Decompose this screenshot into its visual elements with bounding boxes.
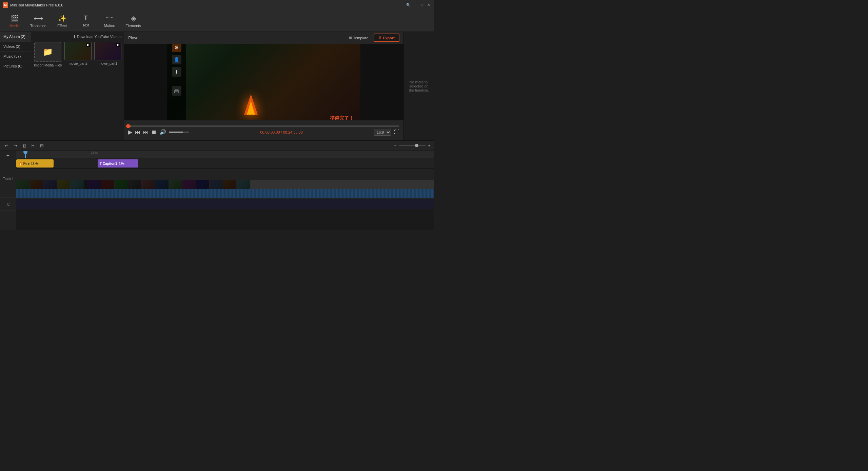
undo-button[interactable]: ↩ bbox=[3, 142, 10, 150]
title-bar: M MiniTool MovieMaker Free 6.0.0 🔍 ─ ⊡ ✕ bbox=[0, 0, 434, 10]
track-row-clips: 🔥 Fire 11.4s T Caption1 8.8s bbox=[16, 158, 434, 169]
split-button[interactable]: ⊞ bbox=[38, 142, 45, 150]
toolbar-label-elements: Elements bbox=[125, 24, 141, 28]
toolbar-label-transition: Transition bbox=[30, 24, 46, 28]
zoom-out-icon[interactable]: － bbox=[393, 143, 397, 149]
timeline-content: + Track1 ♫ 25.8s 🔥 Fire 11.4s bbox=[0, 151, 434, 230]
video-frame: ⊞ ⚙ 👤 ℹ 🎮 ● 💎 12100 ☆ 917943 🎵 32 bbox=[167, 44, 360, 120]
toolbar-item-elements[interactable]: ◈ Elements bbox=[121, 11, 145, 31]
close-button[interactable]: ✕ bbox=[426, 2, 431, 8]
fire-effect bbox=[241, 87, 261, 115]
playhead[interactable] bbox=[25, 151, 26, 158]
overlay-extra-icon[interactable]: 🎮 bbox=[172, 86, 181, 96]
audio-wave bbox=[16, 189, 434, 198]
player-title: Player bbox=[128, 36, 140, 40]
movie-part1-thumb: ▶ bbox=[94, 42, 121, 60]
volume-icon[interactable]: 🔊 bbox=[159, 129, 166, 135]
export-icon: ⬆ bbox=[378, 36, 381, 40]
volume-slider[interactable] bbox=[169, 132, 189, 133]
delete-button[interactable]: 🗑 bbox=[20, 142, 28, 150]
prev-frame-button[interactable]: ⏮ bbox=[135, 129, 140, 135]
toolbar-label-media: Media bbox=[9, 24, 20, 28]
cut-button[interactable]: ✂ bbox=[29, 142, 37, 150]
export-label: Export bbox=[383, 36, 395, 40]
overlay-person-icon[interactable]: 👤 bbox=[172, 55, 181, 64]
toolbar-label-effect: Effect bbox=[57, 24, 67, 28]
download-youtube-link[interactable]: ⬇ Download YouTube Videos bbox=[73, 35, 122, 39]
play-button[interactable]: ▶ bbox=[128, 129, 132, 135]
toolbar-item-effect[interactable]: ✨ Effect bbox=[50, 11, 74, 31]
tracks-area: 🔥 Fire 11.4s T Caption1 8.8s bbox=[16, 158, 434, 230]
media-item-movie-part2[interactable]: ▶ movie_part2 bbox=[64, 42, 92, 67]
toolbar-item-text[interactable]: T Text bbox=[74, 11, 98, 31]
app-title: MiniTool MovieMaker Free 6.0.0 bbox=[10, 3, 63, 7]
toolbar-label-text: Text bbox=[82, 23, 89, 27]
nav-item-videos[interactable]: Videos (2) bbox=[0, 42, 31, 52]
stop-button[interactable]: ⏹ bbox=[151, 129, 157, 135]
next-frame-button[interactable]: ⏭ bbox=[143, 129, 149, 135]
time-display: 00:00:00.00 / 00:24:35.08 bbox=[260, 130, 302, 134]
media-grid: 📁 Import Media Files ▶ movie_part2 ▶ bbox=[34, 42, 121, 67]
timeline-tracks: 25.8s 🔥 Fire 11.4s T Caption1 8.8s bbox=[16, 151, 434, 230]
toolbar-item-media[interactable]: 🎬 Media bbox=[3, 11, 26, 31]
progress-thumb[interactable] bbox=[126, 124, 130, 128]
elements-icon: ◈ bbox=[131, 14, 136, 22]
export-button[interactable]: ⬆ Export bbox=[374, 34, 399, 42]
folder-icon: 📁 bbox=[43, 47, 53, 57]
redo-button[interactable]: ↪ bbox=[12, 142, 19, 150]
text-icon: T bbox=[84, 15, 88, 22]
toolbar-item-transition[interactable]: ⟷ Transition bbox=[26, 11, 50, 31]
add-track-button[interactable]: + bbox=[0, 151, 16, 160]
timeline-section: ↩ ↪ 🗑 ✂ ⊞ － ＋ + Track1 ♫ 25. bbox=[0, 140, 434, 230]
track-row-video bbox=[16, 169, 434, 189]
main-toolbar: 🎬 Media ⟷ Transition ✨ Effect T Text 〰 M… bbox=[0, 10, 434, 32]
right-controls: 16:9 ⛶ bbox=[374, 129, 399, 136]
playhead-dot bbox=[23, 151, 27, 154]
fullscreen-button[interactable]: ⛶ bbox=[394, 129, 399, 135]
track-row-music bbox=[16, 199, 434, 209]
timeline-toolbar: ↩ ↪ 🗑 ✂ ⊞ － ＋ bbox=[0, 141, 434, 151]
search-icon[interactable]: 🔍 bbox=[406, 2, 411, 8]
caption-clip-label: T Caption1 bbox=[100, 162, 117, 165]
controls-row: ▶ ⏮ ⏭ ⏹ 🔊 00:00:00.00 / 00:24:35.08 16:9… bbox=[128, 129, 399, 136]
player-controls: ▶ ⏮ ⏭ ⏹ 🔊 00:00:00.00 / 00:24:35.08 16:9… bbox=[124, 120, 403, 140]
overlay-settings-icon[interactable]: ⚙ bbox=[172, 44, 181, 52]
zoom-in-icon[interactable]: ＋ bbox=[427, 143, 431, 149]
volume-fill bbox=[169, 132, 183, 133]
import-media-item[interactable]: 📁 Import Media Files bbox=[34, 42, 62, 67]
zoom-slider[interactable] bbox=[399, 145, 426, 146]
maximize-button[interactable]: ⊡ bbox=[419, 2, 425, 8]
movie-part1-label: movie_part1 bbox=[99, 62, 117, 65]
right-panel: No material selected on the timeline. bbox=[403, 32, 434, 140]
nav-item-pictures[interactable]: Pictures (0) bbox=[0, 61, 31, 71]
fire-flame-inner bbox=[247, 101, 255, 115]
media-content: ⬇ Download YouTube Videos 📁 Import Media… bbox=[31, 32, 124, 140]
track1-label: Track1 bbox=[0, 160, 16, 198]
app-logo: M bbox=[3, 2, 8, 8]
template-button[interactable]: ⊞ Template bbox=[346, 35, 371, 41]
timeline-ruler: 25.8s bbox=[16, 151, 434, 158]
minimize-button[interactable]: ─ bbox=[412, 2, 418, 8]
left-panel: My Album (2) Videos (2) Music (57) Pictu… bbox=[0, 32, 124, 140]
zoom-thumb[interactable] bbox=[415, 144, 418, 147]
import-media-label: Import Media Files bbox=[34, 63, 62, 67]
nav-item-music[interactable]: Music (57) bbox=[0, 52, 31, 61]
effect-icon: ✨ bbox=[58, 14, 66, 22]
player-video: ⊞ ⚙ 👤 ℹ 🎮 ● 💎 12100 ☆ 917943 🎵 32 bbox=[124, 44, 403, 120]
zoom-controls: － ＋ bbox=[393, 143, 431, 149]
toolbar-item-motion[interactable]: 〰 Motion bbox=[98, 11, 121, 31]
progress-bar[interactable] bbox=[128, 125, 399, 127]
clip-fire[interactable]: 🔥 Fire 11.4s bbox=[16, 159, 54, 168]
nav-item-my-album[interactable]: My Album (2) bbox=[0, 32, 31, 42]
media-item-movie-part1[interactable]: ▶ movie_part1 bbox=[94, 42, 121, 67]
overlay-info-icon[interactable]: ℹ bbox=[172, 67, 181, 77]
template-icon: ⊞ bbox=[349, 36, 352, 40]
player-header: Player ⊞ Template ⬆ Export bbox=[124, 32, 403, 44]
transition-icon: ⟷ bbox=[34, 14, 43, 22]
movie-part2-thumb: ▶ bbox=[64, 42, 92, 60]
clip-caption1[interactable]: T Caption1 8.8s bbox=[98, 159, 138, 168]
video-text-overlay: 準備完了！ 結果まで：00:55 bbox=[328, 115, 354, 120]
aspect-ratio-select[interactable]: 16:9 bbox=[374, 129, 391, 136]
title-bar-controls[interactable]: 🔍 ─ ⊡ ✕ bbox=[406, 2, 431, 8]
movie-part2-label: movie_part2 bbox=[69, 62, 87, 65]
